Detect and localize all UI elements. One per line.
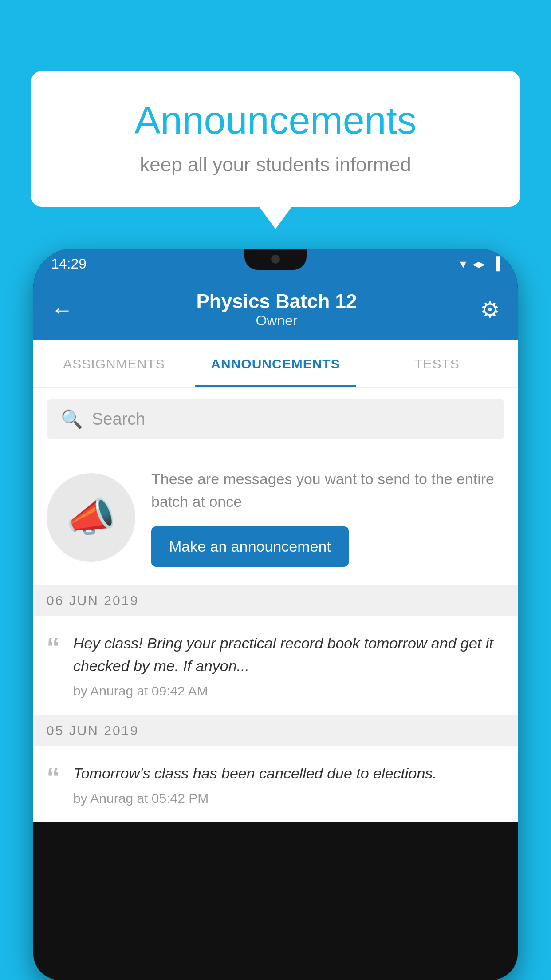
quote-icon-2: “ [47,764,60,790]
search-bar[interactable]: 🔍 Search [47,399,504,439]
status-icons: ▾ ◂▸ ▐ [460,257,500,271]
announcement-item-2[interactable]: “ Tomorrow's class has been cancelled du… [33,746,518,822]
tab-assignments[interactable]: ASSIGNMENTS [33,340,195,387]
search-bar-wrapper: 🔍 Search [33,388,518,450]
make-announcement-button[interactable]: Make an announcement [151,526,349,567]
announcement-content-2: Tomorrow's class has been cancelled due … [73,762,504,806]
tabs-bar: ASSIGNMENTS ANNOUNCEMENTS TESTS [33,340,518,388]
wifi-icon: ▾ [460,257,466,271]
header-title-block: Physics Batch 12 Owner [197,290,357,329]
announcement-text-2: Tomorrow's class has been cancelled due … [73,762,504,785]
batch-role: Owner [197,312,357,329]
quote-icon-1: “ [47,634,60,660]
tab-tests[interactable]: TESTS [356,340,518,387]
date-divider-1: 06 JUN 2019 [33,585,518,616]
megaphone-circle: 📣 [47,473,135,562]
status-bar: 14:29 ▾ ◂▸ ▐ [33,249,518,279]
search-placeholder: Search [92,410,145,429]
search-icon: 🔍 [61,409,83,430]
announcement-meta-2: by Anurag at 05:42 PM [73,791,504,806]
speech-bubble: Announcements keep all your students inf… [31,71,520,207]
phone-notch [244,249,307,270]
announcement-prompt: 📣 These are messages you want to send to… [33,450,518,585]
settings-icon[interactable]: ⚙ [480,297,500,323]
speech-bubble-section: Announcements keep all your students inf… [31,71,520,207]
date-divider-2: 05 JUN 2019 [33,715,518,746]
notch-camera [271,255,280,264]
announcement-text-1: Hey class! Bring your practical record b… [73,632,504,677]
prompt-right: These are messages you want to send to t… [151,468,504,567]
app-header: ← Physics Batch 12 Owner ⚙ [33,279,518,340]
announcement-meta-1: by Anurag at 09:42 AM [73,684,504,699]
phone-frame: 14:29 ▾ ◂▸ ▐ ← Physics Batch 12 Owner ⚙ … [33,249,518,980]
prompt-description: These are messages you want to send to t… [151,468,504,513]
bubble-title: Announcements [67,98,484,143]
batch-title: Physics Batch 12 [197,290,357,312]
battery-icon: ▐ [491,257,500,271]
status-time: 14:29 [51,256,87,272]
tab-announcements[interactable]: ANNOUNCEMENTS [195,340,356,387]
megaphone-icon: 📣 [66,494,116,541]
announcement-item-1[interactable]: “ Hey class! Bring your practical record… [33,616,518,715]
signal-icon: ◂▸ [472,257,485,271]
content-area: 🔍 Search 📣 These are messages you want t… [33,388,518,822]
back-button[interactable]: ← [51,297,73,323]
bubble-subtitle: keep all your students informed [67,154,484,176]
announcement-content-1: Hey class! Bring your practical record b… [73,632,504,699]
